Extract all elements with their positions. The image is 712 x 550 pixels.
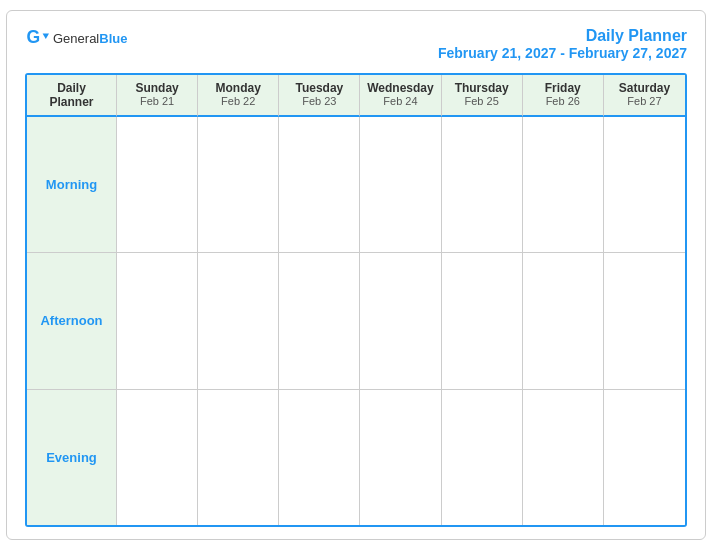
header-day-1: Monday: [202, 81, 274, 95]
row-morning: Morning: [27, 117, 685, 253]
header-date-5: Feb 26: [527, 95, 599, 107]
header-day-3: Wednesday: [364, 81, 436, 95]
morning-wed[interactable]: [360, 117, 441, 252]
header-date-0: Feb 21: [121, 95, 193, 107]
evening-wed[interactable]: [360, 390, 441, 525]
header-date-3: Feb 24: [364, 95, 436, 107]
header-planner: Planner: [49, 95, 93, 109]
header-day-6: Saturday: [608, 81, 681, 95]
evening-sat[interactable]: [604, 390, 685, 525]
page: G GeneralBlue Daily Planner February 21,…: [6, 10, 706, 540]
afternoon-wed[interactable]: [360, 253, 441, 388]
evening-mon[interactable]: [198, 390, 279, 525]
morning-tue[interactable]: [279, 117, 360, 252]
title-block: Daily Planner February 21, 2027 - Februa…: [438, 27, 687, 61]
label-evening: Evening: [27, 390, 117, 525]
calendar: Daily Planner Sunday Feb 21 Monday Feb 2…: [25, 73, 687, 527]
header-col-0: Sunday Feb 21: [117, 75, 198, 117]
header-first-col: Daily Planner: [27, 75, 117, 117]
label-afternoon: Afternoon: [27, 253, 117, 388]
header-day-4: Thursday: [446, 81, 518, 95]
main-title: Daily Planner: [438, 27, 687, 45]
row-afternoon: Afternoon: [27, 253, 685, 389]
afternoon-tue[interactable]: [279, 253, 360, 388]
header-day-2: Tuesday: [283, 81, 355, 95]
svg-marker-1: [43, 33, 49, 39]
afternoon-mon[interactable]: [198, 253, 279, 388]
morning-sun[interactable]: [117, 117, 198, 252]
evening-sun[interactable]: [117, 390, 198, 525]
morning-sat[interactable]: [604, 117, 685, 252]
afternoon-thu[interactable]: [442, 253, 523, 388]
afternoon-sun[interactable]: [117, 253, 198, 388]
afternoon-sat[interactable]: [604, 253, 685, 388]
header-col-3: Wednesday Feb 24: [360, 75, 441, 117]
calendar-body: Morning Afternoon: [27, 117, 685, 525]
evening-thu[interactable]: [442, 390, 523, 525]
morning-fri[interactable]: [523, 117, 604, 252]
label-morning: Morning: [27, 117, 117, 252]
header-date-4: Feb 25: [446, 95, 518, 107]
header-col-6: Saturday Feb 27: [604, 75, 685, 117]
header-date-2: Feb 23: [283, 95, 355, 107]
header-day-5: Friday: [527, 81, 599, 95]
logo-icon: G: [25, 27, 49, 51]
header-date-6: Feb 27: [608, 95, 681, 107]
header-date-1: Feb 22: [202, 95, 274, 107]
morning-thu[interactable]: [442, 117, 523, 252]
calendar-header-row: Daily Planner Sunday Feb 21 Monday Feb 2…: [27, 75, 685, 117]
logo-blue: Blue: [99, 31, 127, 46]
header-day-0: Sunday: [121, 81, 193, 95]
logo-text: GeneralBlue: [53, 31, 127, 47]
header: G GeneralBlue Daily Planner February 21,…: [25, 27, 687, 61]
header-col-1: Monday Feb 22: [198, 75, 279, 117]
header-col-4: Thursday Feb 25: [442, 75, 523, 117]
date-range: February 21, 2027 - February 27, 2027: [438, 45, 687, 61]
svg-text:G: G: [27, 27, 41, 47]
evening-fri[interactable]: [523, 390, 604, 525]
morning-mon[interactable]: [198, 117, 279, 252]
logo-general: General: [53, 31, 99, 46]
afternoon-fri[interactable]: [523, 253, 604, 388]
header-daily: Daily: [57, 81, 86, 95]
logo: G GeneralBlue: [25, 27, 127, 51]
header-col-5: Friday Feb 26: [523, 75, 604, 117]
row-evening: Evening: [27, 390, 685, 525]
evening-tue[interactable]: [279, 390, 360, 525]
header-col-2: Tuesday Feb 23: [279, 75, 360, 117]
